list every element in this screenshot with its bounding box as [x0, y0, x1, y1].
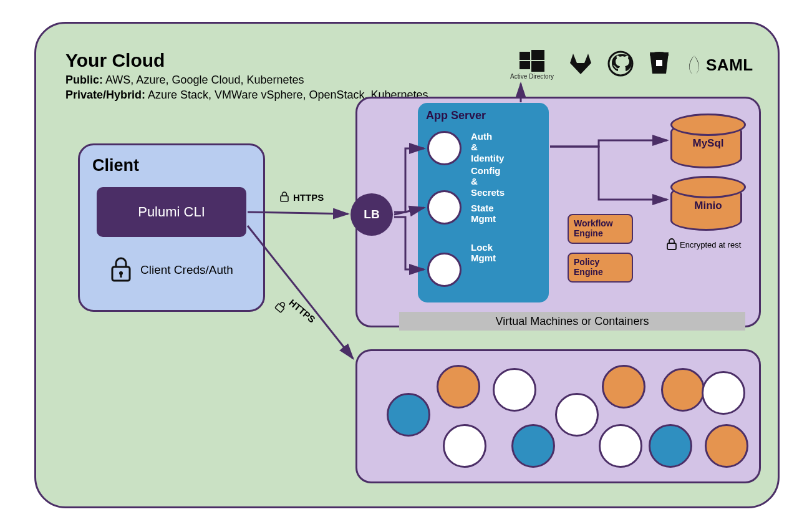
svg-rect-15 [281, 196, 288, 201]
svg-line-12 [248, 226, 353, 359]
svg-line-11 [248, 212, 348, 214]
https-label-1: HTTPS [293, 192, 324, 203]
arrows [0, 0, 812, 532]
lock-icon [279, 191, 289, 203]
